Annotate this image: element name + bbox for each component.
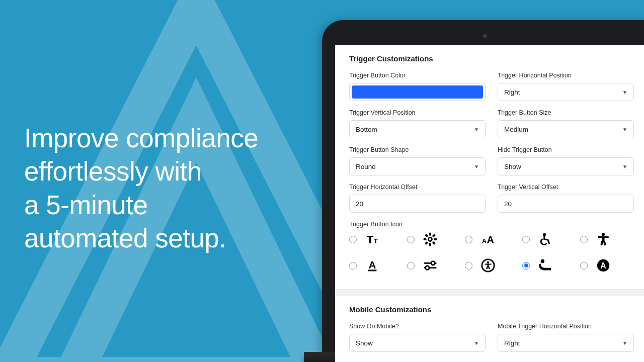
chevron-down-icon: ▼	[474, 164, 479, 169]
field-label: Hide Trigger Button	[498, 146, 634, 153]
color-picker[interactable]	[349, 83, 486, 101]
svg-text:A: A	[600, 261, 606, 270]
field-label: Trigger Button Shape	[349, 146, 486, 153]
svg-rect-22	[487, 264, 489, 267]
body-icon	[595, 232, 612, 247]
field-label: Trigger Horizontal Position	[498, 72, 634, 79]
svg-text:A: A	[369, 259, 376, 270]
radio[interactable]	[407, 262, 415, 269]
field-label: Trigger Horizontal Offset	[349, 184, 486, 191]
radio[interactable]	[522, 236, 530, 243]
mobile-customizations-section: Mobile Customizations Show On Mobile? Sh…	[335, 296, 644, 362]
laptop-mockup: Trigger Customizations Trigger Button Co…	[322, 20, 644, 362]
mobile-hpos-field: Mobile Trigger Horizontal Position Right…	[498, 323, 634, 352]
svg-text:T: T	[374, 237, 378, 245]
svg-point-25	[541, 259, 545, 263]
select-value: Medium	[504, 126, 528, 133]
field-label: Trigger Button Icon	[349, 221, 634, 228]
trigger-shape-select[interactable]: Round ▼	[349, 157, 486, 175]
radio[interactable]	[465, 262, 472, 269]
text-size-icon: TT	[364, 232, 381, 247]
section-divider	[335, 289, 644, 296]
svg-point-4	[429, 238, 432, 241]
hero-line: automated setup.	[24, 223, 226, 253]
icon-option-body[interactable]	[580, 232, 634, 247]
svg-rect-3	[429, 233, 431, 236]
svg-point-7	[543, 233, 546, 236]
trigger-size-select[interactable]: Medium ▼	[498, 120, 634, 138]
color-swatch	[352, 85, 483, 99]
icon-option-wheelchair[interactable]	[522, 232, 576, 247]
svg-point-17	[431, 261, 435, 265]
trigger-customizations-section: Trigger Customizations Trigger Button Co…	[335, 45, 644, 281]
hero-headline: Improve compliance effortlessly with a 5…	[24, 122, 346, 255]
trigger-hpos-field: Trigger Horizontal Position Right ▼	[498, 72, 634, 101]
svg-rect-23	[486, 266, 488, 269]
trigger-voffset-input[interactable]	[498, 195, 634, 213]
icon-option-circle-person[interactable]	[465, 258, 519, 273]
icon-option-reclining[interactable]	[522, 258, 576, 273]
radio[interactable]	[580, 236, 588, 243]
gear-icon	[422, 232, 439, 247]
chevron-down-icon: ▼	[622, 127, 627, 132]
show-on-mobile-field: Show On Mobile? Show ▼	[349, 323, 486, 352]
wheelchair-icon	[537, 232, 554, 247]
field-label: Mobile Trigger Horizontal Position	[498, 323, 634, 330]
select-value: Show	[504, 163, 521, 170]
svg-text:T: T	[367, 233, 374, 246]
icon-option-underline-a[interactable]: A	[349, 258, 403, 273]
mobile-hpos-select[interactable]: Right ▼	[498, 334, 634, 352]
trigger-hoffset-field: Trigger Horizontal Offset	[349, 184, 486, 213]
chevron-down-icon: ▼	[474, 127, 479, 132]
svg-text:A: A	[487, 234, 494, 245]
sliders-icon	[422, 258, 439, 273]
icon-option-sliders[interactable]	[407, 258, 461, 273]
icon-option-aa[interactable]: AA	[465, 232, 519, 247]
svg-point-20	[487, 261, 489, 264]
chevron-down-icon: ▼	[622, 89, 627, 95]
hero-line: effortlessly with	[24, 156, 202, 186]
radio[interactable]	[465, 236, 472, 243]
hero-line: Improve compliance	[24, 123, 258, 153]
radio[interactable]	[522, 262, 530, 269]
section-title: Trigger Customizations	[349, 54, 634, 63]
select-value: Show	[356, 339, 373, 347]
svg-rect-14	[368, 269, 377, 271]
field-label: Trigger Button Color	[349, 72, 486, 79]
trigger-vpos-select[interactable]: Bottom ▼	[349, 120, 486, 138]
svg-rect-24	[488, 266, 490, 269]
reclining-icon	[537, 258, 554, 273]
field-label: Trigger Vertical Position	[349, 109, 486, 116]
hide-trigger-select[interactable]: Show ▼	[498, 157, 634, 175]
svg-point-18	[425, 266, 429, 270]
svg-rect-11	[600, 240, 603, 245]
icon-option-circle-a[interactable]: A	[580, 258, 634, 273]
radio[interactable]	[580, 262, 588, 269]
trigger-size-field: Trigger Button Size Medium ▼	[498, 109, 634, 138]
radio[interactable]	[349, 236, 357, 243]
field-label: Show On Mobile?	[349, 323, 486, 330]
trigger-hoffset-input[interactable]	[349, 195, 486, 213]
icon-option-text-size[interactable]: TT	[349, 232, 403, 247]
chevron-down-icon: ▼	[622, 164, 627, 169]
app-screen: Trigger Customizations Trigger Button Co…	[335, 45, 644, 362]
radio[interactable]	[349, 262, 357, 269]
underline-a-icon: A	[364, 258, 381, 273]
radio[interactable]	[407, 236, 415, 243]
field-label: Trigger Vertical Offset	[498, 184, 634, 191]
trigger-icon-field: Trigger Button Icon TTAAAA	[349, 221, 634, 276]
select-value: Bottom	[356, 126, 377, 133]
trigger-hpos-select[interactable]: Right ▼	[498, 83, 634, 101]
select-value: Right	[504, 88, 520, 96]
circle-person-icon	[479, 258, 497, 273]
icon-option-gear[interactable]	[407, 232, 461, 247]
section-title: Mobile Customizations	[349, 305, 634, 314]
svg-point-8	[602, 233, 605, 236]
aa-icon: AA	[479, 232, 497, 247]
hide-trigger-field: Hide Trigger Button Show ▼	[498, 146, 634, 175]
svg-rect-12	[603, 240, 606, 245]
show-on-mobile-select[interactable]: Show ▼	[349, 334, 486, 352]
select-value: Right	[504, 339, 520, 347]
laptop-camera	[483, 34, 487, 38]
hero-line: a 5-minute	[24, 190, 147, 220]
